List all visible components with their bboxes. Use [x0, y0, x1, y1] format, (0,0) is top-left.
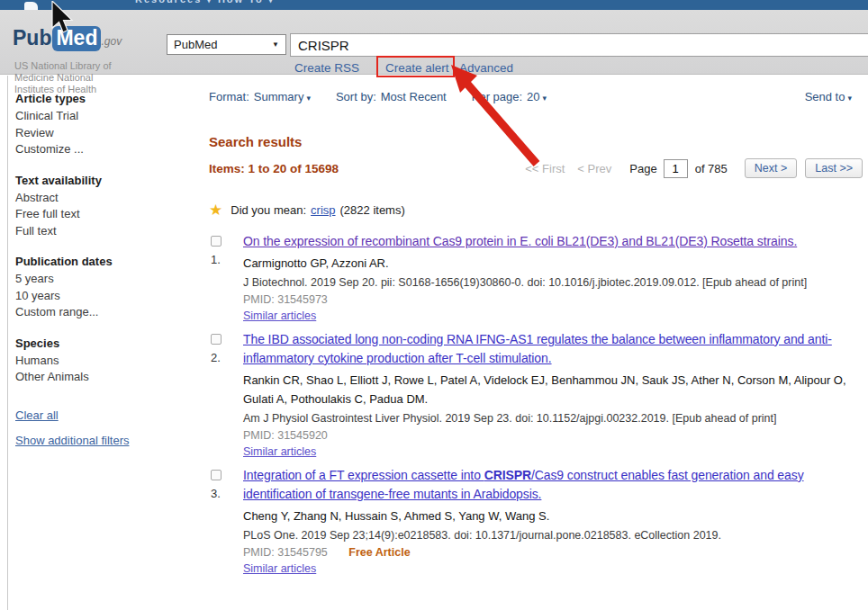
caret-down-icon: ▾	[543, 94, 547, 103]
results-list: 1. On the expression of recombinant Cas9…	[209, 232, 863, 576]
filter-group-species: Species Humans Other Animals	[15, 336, 200, 386]
send-to-label: Send to	[805, 90, 845, 103]
logo-med: Med	[52, 26, 101, 51]
result-citation: PLoS One. 2019 Sep 23;14(9):e0218583. do…	[243, 527, 855, 544]
similar-articles-link[interactable]: Similar articles	[243, 562, 316, 575]
result-checkbox[interactable]	[211, 470, 222, 480]
star-icon: ★	[209, 202, 222, 218]
search-results-heading: Search results	[209, 134, 863, 149]
tagline-line-3: Institutes of Health	[14, 84, 112, 95]
filter-header-publication-dates: Publication dates	[15, 254, 200, 270]
result-item-2: 2. The IBD associated long non-coding RN…	[209, 330, 863, 459]
did-you-mean-suggestion-link[interactable]: crisp	[311, 203, 335, 217]
filter-full-text[interactable]: Full text	[15, 223, 200, 240]
result-citation: Am J Physiol Gastrointest Liver Physiol.…	[243, 410, 855, 427]
select-caret-icon: ▼	[272, 40, 279, 49]
similar-articles-link[interactable]: Similar articles	[243, 309, 316, 322]
nlm-tagline: US National Library of Medicine National…	[14, 60, 112, 95]
top-navigation-bar: Resources ▾ How To ▾	[0, 0, 868, 10]
result-authors: Cheng Y, Zhang N, Hussain S, Ahmed S, Ya…	[243, 507, 855, 525]
format-label: Format:	[209, 90, 249, 103]
did-you-mean-row: ★ Did you mean: crisp (2822 items)	[209, 202, 863, 218]
filter-group-article-types: Article types Clinical Trial Review Cust…	[15, 91, 200, 158]
show-additional-filters-link[interactable]: Show additional filters	[15, 434, 129, 447]
create-rss-link[interactable]: Create RSS	[294, 61, 359, 75]
per-page-value: 20	[527, 90, 539, 103]
did-you-mean-count: (2822 items)	[340, 203, 405, 217]
items-count: Items: 1 to 20 of 15698	[209, 162, 339, 175]
result-number: 1.	[209, 253, 243, 266]
filter-customize-article-types[interactable]: Customize ...	[15, 141, 200, 158]
filter-humans[interactable]: Humans	[15, 353, 200, 370]
filters-sidebar: Article types Clinical Trial Review Cust…	[7, 76, 200, 610]
filter-custom-range[interactable]: Custom range...	[15, 304, 200, 321]
clear-all-link[interactable]: Clear all	[15, 408, 59, 422]
page-number-input[interactable]	[664, 159, 688, 178]
pagination: << First < Prev Page of 785 Next > Last …	[525, 158, 863, 178]
format-value: Summary	[254, 90, 304, 103]
tagline-line-1: US National Library of	[14, 60, 112, 72]
next-page-button[interactable]: Next >	[745, 158, 797, 178]
caret-down-icon: ▾	[847, 94, 852, 103]
result-pmid: PMID: 31545920	[243, 429, 328, 442]
filter-10-years[interactable]: 10 years	[15, 288, 200, 305]
results-toolbar: Format:Summary▾ Sort by:Most Recent Per …	[209, 90, 863, 103]
page-total: of 785	[695, 162, 728, 175]
result-checkbox[interactable]	[211, 236, 222, 247]
filter-free-full-text[interactable]: Free full text	[15, 206, 200, 223]
per-page-dropdown[interactable]: Per page:20▾	[472, 90, 547, 103]
page-label: Page	[629, 162, 656, 175]
filter-header-text-availability: Text availability	[15, 173, 200, 189]
search-input[interactable]	[290, 33, 868, 57]
result-title-link[interactable]: The IBD associated long non-coding RNA I…	[243, 330, 855, 369]
logo-gov: .gov	[101, 35, 122, 48]
filter-clinical-trial[interactable]: Clinical Trial	[15, 108, 200, 125]
filter-review[interactable]: Review	[15, 125, 200, 142]
free-article-badge: Free Article	[348, 546, 410, 559]
filter-header-species: Species	[15, 336, 200, 352]
send-to-dropdown[interactable]: Send to▾	[805, 90, 852, 103]
prev-page-button: < Prev	[577, 162, 611, 175]
database-select[interactable]: PubMed ▼	[167, 34, 286, 55]
per-page-label: Per page:	[472, 90, 522, 103]
caret-down-icon: ▾	[306, 94, 311, 103]
filter-other-animals[interactable]: Other Animals	[15, 369, 200, 386]
result-title-link[interactable]: On the expression of recombinant Cas9 pr…	[243, 232, 855, 252]
sort-by-dropdown[interactable]: Sort by:Most Recent	[336, 90, 447, 103]
filter-5-years[interactable]: 5 years	[15, 271, 200, 288]
first-page-button: << First	[525, 162, 565, 175]
sort-by-label: Sort by:	[336, 90, 376, 103]
last-page-button[interactable]: Last >>	[805, 158, 863, 178]
result-authors: Carmignotto GP, Azzoni AR.	[243, 254, 855, 273]
database-select-value: PubMed	[174, 38, 217, 51]
result-item-1: 1. On the expression of recombinant Cas9…	[209, 232, 863, 323]
result-number: 2.	[209, 351, 243, 364]
tagline-line-2: Medicine National	[14, 72, 112, 84]
did-you-mean-label: Did you mean:	[231, 203, 306, 217]
result-pmid: PMID: 31545795	[243, 546, 328, 559]
results-main: Format:Summary▾ Sort by:Most Recent Per …	[200, 75, 868, 583]
pubmed-logo[interactable]: PubMed.gov	[13, 26, 122, 50]
advanced-link[interactable]: Advanced	[459, 61, 513, 75]
topbar-nav-text: Resources ▾ How To ▾	[135, 0, 275, 5]
result-citation: J Biotechnol. 2019 Sep 20. pii: S0168-16…	[243, 274, 855, 292]
filter-group-publication-dates: Publication dates 5 years 10 years Custo…	[15, 254, 200, 321]
logo-pub: Pub	[13, 26, 51, 49]
result-authors: Rankin CR, Shao L, Elliott J, Rowe L, Pa…	[243, 371, 855, 408]
result-item-3: 3. Integration of a FT expression casset…	[209, 466, 863, 576]
ncbi-logo-icon	[24, 2, 38, 10]
result-checkbox[interactable]	[211, 334, 222, 345]
filter-group-text-availability: Text availability Abstract Free full tex…	[15, 173, 200, 240]
sort-by-value: Most Recent	[381, 90, 447, 103]
result-pmid: PMID: 31545973	[243, 293, 328, 306]
create-alert-link[interactable]: Create alert	[385, 61, 449, 75]
similar-articles-link[interactable]: Similar articles	[243, 445, 316, 458]
result-number: 3.	[209, 487, 243, 500]
format-dropdown[interactable]: Format:Summary▾	[209, 90, 311, 103]
result-title-link[interactable]: Integration of a FT expression cassette …	[243, 466, 855, 505]
filter-abstract[interactable]: Abstract	[15, 190, 200, 207]
